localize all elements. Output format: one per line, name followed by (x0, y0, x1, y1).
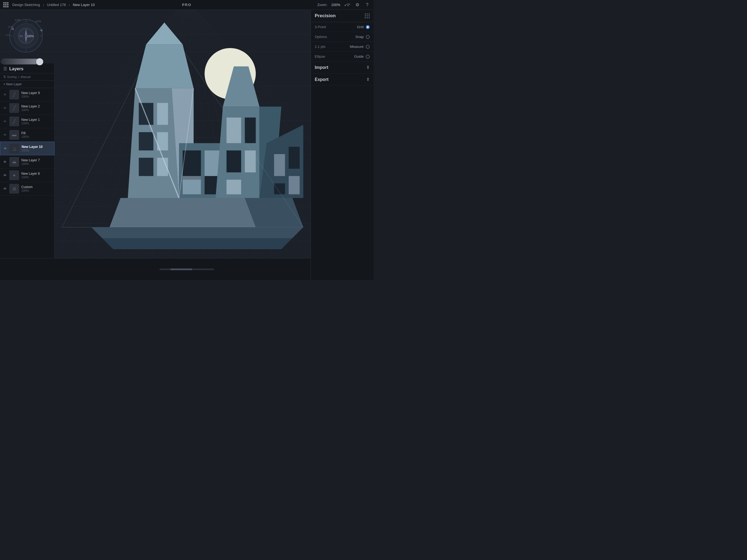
zoom-label: Zoom: (317, 3, 327, 7)
compass-wheel[interactable]: 0% 100% 3.23 1.32 LO'S 8'9 (5, 12, 44, 56)
precision-row-label: Ellipse (315, 54, 325, 58)
svg-rect-52 (139, 158, 153, 176)
breadcrumb-sep1: › (43, 2, 44, 7)
layer-info: Custom 100% (21, 185, 52, 192)
svg-marker-77 (91, 227, 304, 238)
grid-dots-icon[interactable] (365, 14, 370, 18)
layer-opacity: 100% (21, 108, 52, 111)
precision-row-label: Options (315, 35, 327, 39)
layer-name: New Layer 10 (22, 145, 52, 149)
svg-rect-59 (183, 176, 201, 195)
layer-visibility-toggle[interactable]: 👁 (2, 106, 8, 110)
svg-rect-49 (157, 103, 168, 125)
svg-text:3.23: 3.23 (15, 19, 20, 21)
help-button[interactable]: ? (364, 2, 370, 8)
layer-item[interactable]: 👁 △ New Layer 10 100% (0, 142, 54, 155)
precision-row-1: Options Snap (311, 32, 374, 42)
layer-item[interactable]: 👁 ▬ Fill 100% (0, 128, 54, 142)
precision-row-control[interactable]: Grid (357, 25, 370, 29)
layer-visibility-toggle[interactable]: 👁 (2, 187, 8, 191)
import-label: Import (315, 65, 328, 70)
layer-thumbnail: △ (9, 144, 19, 153)
sorting-label: Sorting (7, 75, 17, 78)
precision-row-value: Guide (354, 54, 364, 58)
new-layer-button[interactable]: + New Layer (0, 81, 54, 88)
layers-title: Layers (9, 67, 24, 71)
topbar-right: Zoom: 100% ↙0° ⚙ ? (317, 2, 370, 8)
export-label: Export (315, 77, 329, 82)
svg-text:8'9: 8'9 (6, 34, 9, 36)
topbar: Design Sketching › Untitled 178 › New La… (0, 0, 374, 10)
svg-rect-48 (139, 103, 153, 125)
export-button[interactable]: Export ⬆ (311, 74, 374, 85)
layer-opacity: 100% (21, 135, 52, 138)
precision-row-control[interactable]: Measure (350, 45, 370, 49)
breadcrumb-file[interactable]: Untitled 178 (47, 3, 66, 7)
layers-menu-icon: ☰ (3, 66, 7, 71)
svg-marker-78 (102, 238, 292, 249)
svg-rect-63 (226, 118, 241, 143)
precision-row-0: 3-Point Grid (311, 22, 374, 32)
precision-row-control[interactable]: Guide (354, 54, 370, 58)
breadcrumb-app[interactable]: Design Sketching (12, 3, 40, 7)
layer-item[interactable]: 👁 ╱ New Layer 2 100% (0, 101, 54, 115)
topbar-left: Design Sketching › Untitled 178 › New La… (3, 2, 317, 7)
precision-row-2: 1:1 pts Measure (311, 42, 374, 52)
layer-opacity: 100% (21, 162, 52, 166)
precision-title: Precision (315, 13, 336, 19)
svg-marker-44 (110, 198, 256, 227)
layer-opacity: 100% (21, 122, 52, 125)
layers-sorting[interactable]: ⇅ Sorting | Manual (0, 73, 54, 81)
artwork-canvas[interactable] (55, 10, 311, 258)
layer-thumbnail: ╱ (9, 117, 19, 126)
svg-rect-71 (289, 147, 300, 169)
precision-row-label: 1:1 pts (315, 45, 325, 49)
precision-radio[interactable] (366, 25, 370, 29)
svg-rect-70 (274, 154, 285, 176)
settings-button[interactable]: ⚙ (354, 2, 360, 8)
pro-badge: PRO (182, 3, 191, 7)
layer-name: Custom (21, 185, 52, 189)
layer-visibility-toggle[interactable]: 👁 (2, 160, 8, 164)
layer-item[interactable]: 👁 ╱ New Layer 9 100% (0, 88, 54, 101)
layers-header: ☰ Layers (0, 63, 54, 73)
layer-visibility-toggle[interactable]: 👁 (2, 173, 8, 177)
sorting-value: Manual (21, 75, 31, 78)
layer-item[interactable]: 👁 ⛰ New Layer 7 100% (0, 155, 54, 169)
layer-thumbnail: ╱ (9, 90, 19, 100)
layer-item[interactable]: 👁 ╱ New Layer 1 100% (0, 115, 54, 128)
precision-row-control[interactable]: Snap (356, 35, 370, 39)
precision-radio[interactable] (366, 45, 370, 49)
svg-point-89 (25, 34, 27, 37)
precision-radio[interactable] (366, 55, 370, 58)
breadcrumb-layer[interactable]: New Layer 10 (73, 3, 95, 7)
layer-visibility-toggle[interactable]: 👁 (2, 120, 8, 124)
scrollbar-thumb[interactable] (170, 269, 192, 270)
layer-visibility-toggle[interactable]: 👁 (2, 133, 8, 137)
svg-rect-73 (289, 176, 300, 195)
svg-text:LO'S: LO'S (35, 20, 41, 23)
layer-thumbnail: ╱ (9, 103, 19, 113)
layer-info: New Layer 8 100% (21, 172, 52, 179)
svg-rect-64 (245, 118, 256, 143)
import-button[interactable]: Import ⬆ (311, 61, 374, 74)
layers-panel: ☰ Layers ⇅ Sorting | Manual + New Layer … (0, 63, 55, 258)
layer-visibility-toggle[interactable]: 👁 (2, 147, 8, 151)
layer-name: New Layer 9 (21, 91, 52, 95)
scrollbar-track[interactable] (159, 269, 214, 270)
layer-info: New Layer 2 100% (21, 104, 52, 111)
layer-thumbnail: ▬ (9, 130, 19, 140)
layer-item[interactable]: 👁 ⊞ Custom 100% (0, 182, 54, 196)
svg-rect-66 (245, 150, 256, 172)
layer-visibility-toggle[interactable]: 👁 (2, 93, 8, 97)
opacity-slider-thumb[interactable] (36, 58, 43, 65)
svg-text:100%: 100% (27, 35, 34, 38)
precision-radio[interactable] (366, 35, 370, 39)
layer-info: New Layer 1 100% (21, 118, 52, 125)
layer-item[interactable]: 👁 ● New Layer 8 100% (0, 169, 54, 182)
opacity-slider[interactable] (1, 58, 44, 65)
import-icon: ⬆ (366, 65, 370, 70)
svg-marker-54 (135, 44, 194, 88)
app-menu-icon[interactable] (3, 2, 8, 7)
layer-name: New Layer 7 (21, 158, 52, 162)
